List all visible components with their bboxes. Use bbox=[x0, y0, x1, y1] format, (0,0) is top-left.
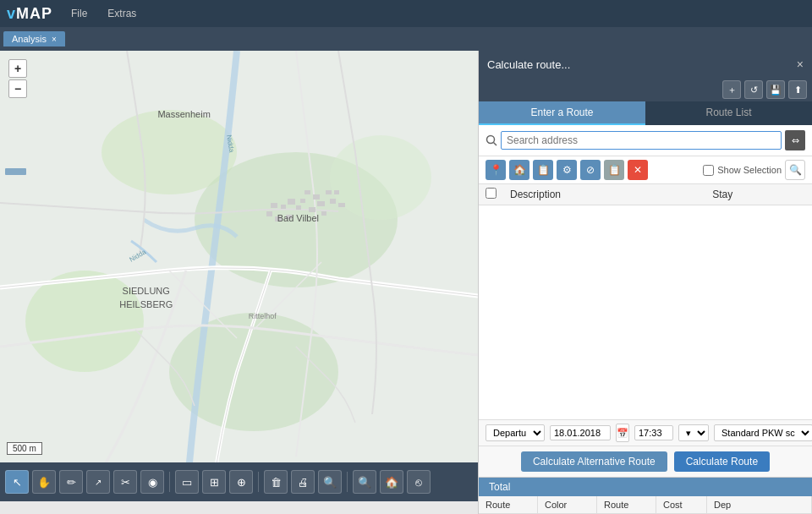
calculate-alternative-route-button[interactable]: Calculate Alternative Route bbox=[521, 451, 667, 472]
zoom-tool-button[interactable]: 🔍 bbox=[318, 470, 342, 494]
copy-button[interactable]: 📋 bbox=[604, 160, 624, 180]
zoom-out-button[interactable]: − bbox=[8, 79, 27, 98]
panel-export-button[interactable]: ⬆ bbox=[788, 80, 807, 99]
svg-rect-8 bbox=[266, 211, 272, 216]
date-input[interactable] bbox=[550, 425, 611, 440]
svg-rect-21 bbox=[338, 203, 345, 207]
panel-title: Calculate route... bbox=[487, 58, 570, 71]
bottom-toolbar: ↖ ✋ ✏ ↗ ✂ ◉ ▭ ⊞ ⊕ 🗑 🖨 🔍 🔍 🏠 ⎋ bbox=[0, 462, 478, 501]
route-draw-button[interactable]: ↗ bbox=[86, 470, 110, 494]
search-icon bbox=[486, 134, 497, 146]
address-button[interactable]: 🏠 bbox=[509, 160, 529, 180]
panel-add-button[interactable]: ＋ bbox=[722, 80, 741, 99]
svg-rect-22 bbox=[334, 190, 339, 194]
zoom-in-button[interactable]: + bbox=[8, 59, 27, 78]
depart-select[interactable]: Departu bbox=[486, 424, 545, 441]
total-col-dep: Dep bbox=[707, 496, 812, 513]
mode-select[interactable]: Standard PKW sc bbox=[714, 424, 812, 441]
select-tool-button[interactable]: ↖ bbox=[5, 470, 29, 494]
panel-toolbar: ＋ ↺ 💾 ⬆ bbox=[479, 78, 812, 101]
circle-tool-button[interactable]: ◉ bbox=[140, 470, 164, 494]
svg-rect-7 bbox=[281, 205, 286, 209]
map-area: Nidda Nidda Massenheim Bad Vilbel SIEDLU… bbox=[0, 51, 478, 514]
icon-toolbar: 📍 🏠 📋 ⚙ ⊘ 📋 ✕ Show Selection 🔍 bbox=[479, 156, 812, 184]
filter-button[interactable]: ⊘ bbox=[580, 160, 601, 180]
panel-refresh-button[interactable]: ↺ bbox=[744, 80, 763, 99]
draw-tool-button[interactable]: ✏ bbox=[59, 470, 83, 494]
svg-line-26 bbox=[494, 143, 497, 146]
col-checkbox bbox=[479, 184, 503, 205]
total-col-color: Color bbox=[538, 496, 597, 513]
tab-enter-route[interactable]: Enter a Route bbox=[479, 101, 645, 125]
svg-rect-11 bbox=[275, 216, 282, 221]
home-button[interactable]: 🏠 bbox=[380, 470, 403, 494]
panel-close-button[interactable]: × bbox=[797, 57, 804, 71]
edit-node-button[interactable]: ✂ bbox=[113, 470, 137, 494]
total-col-cost: Cost bbox=[656, 496, 707, 513]
share-button[interactable]: ⎋ bbox=[407, 470, 431, 494]
show-selection-label: Show Selection bbox=[717, 165, 782, 175]
show-selection-checkbox[interactable] bbox=[703, 165, 714, 176]
svg-point-3 bbox=[25, 271, 144, 372]
table-header-row: Description Stay bbox=[479, 184, 812, 205]
total-col-route-1: Route bbox=[479, 496, 538, 513]
delete-button[interactable]: 🗑 bbox=[264, 470, 288, 494]
total-tab-bar: Total bbox=[479, 478, 812, 496]
main-area: Nidda Nidda Massenheim Bad Vilbel SIEDLU… bbox=[0, 51, 812, 514]
datetime-toolbar: Departu 📅 ▾ Standard PKW sc 🚗 bbox=[479, 419, 812, 446]
svg-rect-18 bbox=[309, 207, 315, 212]
menu-file[interactable]: File bbox=[66, 6, 92, 21]
show-selection-container: Show Selection bbox=[703, 165, 782, 176]
svg-rect-14 bbox=[313, 194, 320, 200]
calculate-route-button[interactable]: Calculate Route bbox=[674, 451, 770, 472]
col-description: Description bbox=[503, 184, 705, 205]
search-toggle-button[interactable]: ⇔ bbox=[785, 130, 805, 150]
svg-rect-19 bbox=[321, 211, 326, 216]
table-button[interactable]: 📋 bbox=[533, 160, 553, 180]
scale-indicator: 500 m bbox=[7, 442, 42, 455]
svg-rect-15 bbox=[300, 199, 305, 203]
time-input[interactable] bbox=[634, 425, 673, 440]
panel-content: ⇔ 📍 🏠 📋 ⚙ ⊘ 📋 ✕ Show Selection 🔍 bbox=[479, 125, 812, 514]
svg-rect-17 bbox=[326, 190, 332, 194]
route-table: Description Stay bbox=[479, 184, 812, 419]
menu-extras[interactable]: Extras bbox=[102, 6, 141, 21]
point-button[interactable]: ⊕ bbox=[229, 470, 253, 494]
analysis-tab[interactable]: Analysis × bbox=[3, 31, 65, 46]
panel-tabs: Enter a Route Route List bbox=[479, 101, 812, 125]
pan-tool-button[interactable]: ✋ bbox=[32, 470, 56, 494]
magnify-button[interactable]: 🔍 bbox=[785, 160, 805, 180]
total-section: Total Route Color Route Cost Dep bbox=[479, 477, 812, 514]
app-logo: vMAP bbox=[7, 5, 52, 23]
toolbar-separator-3 bbox=[347, 472, 348, 492]
calendar-button[interactable]: 📅 bbox=[616, 424, 629, 442]
print-button[interactable]: 🖨 bbox=[291, 470, 315, 494]
location-pin-button[interactable]: 📍 bbox=[486, 160, 506, 180]
clear-button[interactable]: ✕ bbox=[628, 160, 648, 180]
tab-route-list[interactable]: Route List bbox=[645, 101, 812, 125]
panel-save-button[interactable]: 💾 bbox=[766, 80, 785, 99]
col-stay: Stay bbox=[705, 184, 812, 205]
tab-close[interactable]: × bbox=[52, 35, 57, 44]
grid-button[interactable]: ⊞ bbox=[202, 470, 226, 494]
time-arrow-down[interactable]: ▾ bbox=[678, 424, 709, 441]
svg-rect-16 bbox=[317, 201, 325, 206]
logo-v: v bbox=[7, 5, 16, 22]
toolbar-separator-1 bbox=[169, 472, 170, 492]
total-tab[interactable]: Total bbox=[479, 478, 520, 496]
map-container[interactable]: Nidda Nidda Massenheim Bad Vilbel SIEDLU… bbox=[0, 51, 478, 501]
selection-rect bbox=[5, 168, 26, 175]
panel-title-bar: Calculate route... × bbox=[479, 51, 812, 78]
route-table-inner: Description Stay bbox=[479, 184, 812, 205]
map-controls: + − bbox=[8, 59, 27, 98]
svg-point-25 bbox=[487, 136, 495, 144]
select-all-checkbox[interactable] bbox=[486, 188, 497, 199]
svg-rect-20 bbox=[330, 199, 336, 204]
rect-draw-button[interactable]: ▭ bbox=[175, 470, 199, 494]
right-panel: Calculate route... × ＋ ↺ 💾 ⬆ Enter a Rou… bbox=[478, 51, 812, 514]
settings-button[interactable]: ⚙ bbox=[557, 160, 577, 180]
search-bar: ⇔ bbox=[479, 125, 812, 156]
search-input[interactable] bbox=[501, 131, 782, 150]
total-table-header: Route Color Route Cost Dep bbox=[479, 496, 812, 514]
search-map-button[interactable]: 🔍 bbox=[353, 470, 376, 494]
